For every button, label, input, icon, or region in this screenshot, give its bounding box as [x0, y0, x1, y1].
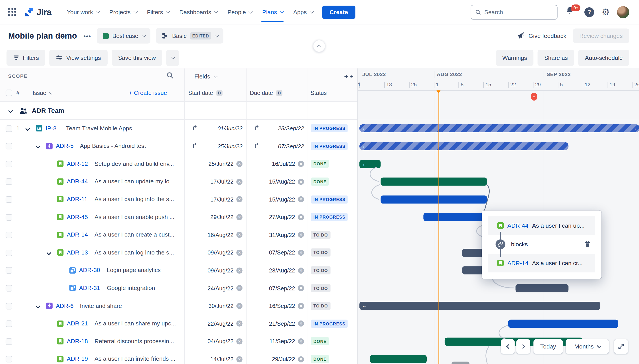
app-switcher-icon[interactable]: [8, 8, 17, 16]
clear-date-icon[interactable]: ×: [298, 320, 304, 327]
nav-item-projects[interactable]: Projects: [105, 6, 140, 18]
issue-summary[interactable]: As a user I can log into the s...: [95, 196, 174, 202]
issue-row[interactable]: ADR-13As a user I can log into the s...0…: [0, 244, 358, 262]
nav-item-dashboards[interactable]: Dashboards: [175, 6, 221, 18]
gantt-bar-adr-12[interactable]: ←: [360, 160, 381, 168]
start-date-cell[interactable]: 25/Jun/22: [184, 137, 246, 155]
settings-gear-icon[interactable]: ⚙: [602, 8, 610, 16]
dependency-target-row[interactable]: ADR-14 As a user I can cr...: [488, 254, 595, 272]
clear-date-icon[interactable]: ×: [236, 179, 242, 185]
status-cell[interactable]: IN PROGRESS: [308, 315, 358, 332]
clear-date-icon[interactable]: ×: [298, 356, 304, 362]
clear-date-icon[interactable]: ×: [236, 214, 242, 220]
row-checkbox[interactable]: [6, 356, 12, 362]
popup-issue-key[interactable]: ADR-44: [507, 222, 528, 229]
issue-summary[interactable]: As a user I can create a cust...: [95, 231, 174, 238]
row-checkbox[interactable]: [6, 214, 12, 220]
create-issue-button[interactable]: + Create issue: [129, 90, 167, 96]
due-date-cell[interactable]: 11/Sep/22×: [246, 332, 307, 350]
issue-row[interactable]: ADR-18Referral discounts processin...04/…: [0, 332, 358, 350]
fields-dropdown[interactable]: Fields: [194, 74, 216, 80]
gantt-bar-adr-6[interactable]: ←: [360, 302, 600, 310]
view-selector[interactable]: Basic EDITED: [156, 28, 223, 44]
start-date-cell[interactable]: 14/Jul/22×: [184, 350, 246, 364]
gantt-bar-adr-11[interactable]: [381, 195, 487, 204]
due-date-cell[interactable]: 07/Sep/22×: [246, 279, 307, 297]
scenario-selector[interactable]: Best case: [97, 28, 151, 44]
expand-row-icon[interactable]: [36, 304, 40, 308]
issue-summary[interactable]: Google integration: [107, 285, 155, 291]
status-cell[interactable]: TO DO: [308, 226, 358, 244]
issue-row[interactable]: ADR-5App Basics - Android test25/Jun/220…: [0, 137, 358, 155]
issue-key-link[interactable]: ADR-18: [67, 338, 88, 344]
issue-row[interactable]: ADR-30Login page analytics09/Aug/22×23/A…: [0, 262, 358, 279]
nav-item-filters[interactable]: Filters: [143, 6, 173, 18]
warnings-button[interactable]: Warnings: [496, 50, 533, 66]
issue-summary[interactable]: Setup dev and and build env...: [95, 160, 174, 167]
start-date-cell[interactable]: 29/Jul/22×: [184, 208, 246, 226]
dependency-source-row[interactable]: ADR-44 As a user I can up...: [488, 216, 595, 235]
row-checkbox[interactable]: [6, 196, 12, 202]
clear-date-icon[interactable]: ×: [236, 232, 242, 238]
gantt-bar-partial[interactable]: [452, 362, 469, 364]
today-button[interactable]: Today: [533, 339, 563, 354]
start-date-cell[interactable]: 22/Aug/22×: [184, 315, 246, 332]
filters-button[interactable]: Filters: [7, 50, 45, 66]
start-date-cell[interactable]: 17/Jul/22×: [184, 173, 246, 190]
clear-date-icon[interactable]: ×: [236, 285, 242, 291]
status-cell[interactable]: TO DO: [308, 279, 358, 297]
issue-summary[interactable]: Login page analytics: [107, 267, 161, 273]
due-date-cell[interactable]: 07/Sep/22: [246, 137, 307, 155]
clear-date-icon[interactable]: ×: [298, 285, 304, 291]
gantt-bar-adr-21[interactable]: [508, 320, 618, 328]
issue-key-link[interactable]: ADR-11: [67, 196, 87, 202]
issue-summary[interactable]: As a user I can log into the s...: [95, 249, 174, 256]
clear-date-icon[interactable]: ×: [236, 267, 242, 274]
nav-item-people[interactable]: People: [223, 6, 256, 18]
clear-date-icon[interactable]: ×: [236, 338, 242, 344]
search-input[interactable]: [484, 9, 553, 15]
clear-date-icon[interactable]: ×: [298, 196, 304, 202]
gantt-bar-ip-8[interactable]: ←→: [360, 124, 639, 132]
share-as-button[interactable]: Share as: [538, 50, 574, 66]
issue-key-link[interactable]: ADR-31: [79, 285, 100, 291]
row-checkbox[interactable]: [6, 338, 12, 345]
status-cell[interactable]: TO DO: [308, 262, 358, 279]
search-box[interactable]: [471, 5, 558, 19]
clear-date-icon[interactable]: ×: [236, 320, 242, 327]
issue-row[interactable]: ADR-31Google integration24/Aug/22×07/Sep…: [0, 279, 358, 297]
more-icon[interactable]: •••: [83, 32, 91, 39]
due-date-cell[interactable]: 31/Aug/22×: [246, 226, 307, 244]
status-cell[interactable]: DONE: [308, 332, 358, 350]
issue-row[interactable]: ADR-6Invite and share30/Jun/22×16/Sep/22…: [0, 297, 358, 315]
scroll-right-button[interactable]: [516, 339, 530, 354]
clear-date-icon[interactable]: ×: [236, 196, 242, 202]
clear-date-icon[interactable]: ×: [298, 338, 304, 344]
collapse-group-icon[interactable]: [8, 108, 13, 113]
status-cell[interactable]: DONE: [308, 155, 358, 173]
status-cell[interactable]: IN PROGRESS: [308, 120, 358, 137]
status-cell[interactable]: IN PROGRESS: [308, 137, 358, 155]
due-date-cell[interactable]: 15/Aug/22×: [246, 173, 307, 190]
save-view-dropdown-button[interactable]: [166, 50, 179, 66]
status-cell[interactable]: TO DO: [308, 297, 358, 315]
row-checkbox[interactable]: [6, 303, 12, 309]
issue-row[interactable]: ADR-14As a user I can create a cust...16…: [0, 226, 358, 244]
start-date-cell[interactable]: 17/Jul/22×: [184, 190, 246, 208]
issue-key-link[interactable]: IP-8: [46, 125, 57, 131]
row-checkbox[interactable]: [6, 285, 12, 292]
user-avatar[interactable]: [617, 6, 629, 18]
issue-key-link[interactable]: ADR-45: [67, 214, 88, 220]
issue-key-link[interactable]: ADR-12: [67, 160, 88, 167]
select-all-checkbox[interactable]: [6, 90, 12, 96]
issue-summary[interactable]: As a user I can invite friends ...: [95, 356, 175, 362]
issue-summary[interactable]: App Basics - Android test: [80, 142, 146, 149]
clear-date-icon[interactable]: ×: [298, 250, 304, 256]
due-date-cell[interactable]: 29/Jul/22×: [246, 350, 307, 364]
start-date-cell[interactable]: 16/Aug/22×: [184, 226, 246, 244]
notifications-button[interactable]: 9+: [565, 5, 577, 19]
auto-schedule-button[interactable]: Auto-schedule: [578, 50, 629, 66]
due-date-cell[interactable]: 27/Aug/22×: [246, 208, 307, 226]
give-feedback-button[interactable]: Give feedback: [517, 32, 566, 40]
issue-row[interactable]: ADR-12Setup dev and and build env...25/J…: [0, 155, 358, 173]
